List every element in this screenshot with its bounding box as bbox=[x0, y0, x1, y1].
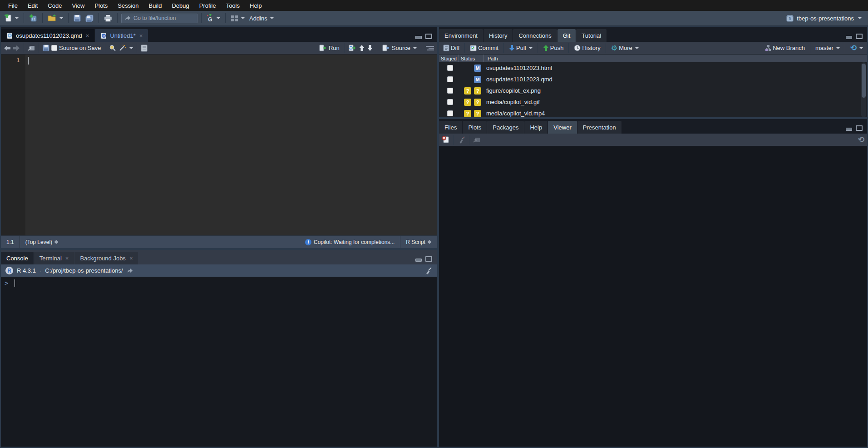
left-horizontal-splitter[interactable] bbox=[1, 248, 437, 250]
minimize-pane-button[interactable] bbox=[846, 36, 852, 39]
staged-checkbox[interactable] bbox=[447, 110, 453, 116]
minimize-pane-button[interactable] bbox=[846, 128, 852, 131]
scope-selector[interactable]: (Top Level) bbox=[20, 236, 64, 248]
run-next-icon[interactable] bbox=[367, 45, 373, 51]
minimize-pane-button[interactable] bbox=[415, 259, 422, 262]
menu-build[interactable]: Build bbox=[144, 1, 167, 10]
compile-report-icon[interactable] bbox=[141, 45, 148, 52]
goto-directory-icon[interactable] bbox=[127, 268, 133, 274]
maximize-pane-button[interactable] bbox=[425, 256, 432, 262]
close-tab-icon[interactable]: × bbox=[139, 32, 143, 39]
pull-button[interactable]: Pull bbox=[508, 44, 534, 52]
git-list-scrollbar[interactable] bbox=[861, 62, 866, 117]
clear-all-broom-icon[interactable] bbox=[458, 136, 465, 144]
run-previous-icon[interactable] bbox=[359, 45, 365, 51]
find-replace-icon[interactable] bbox=[109, 45, 116, 52]
maximize-pane-button[interactable] bbox=[856, 125, 863, 131]
clear-viewer-icon[interactable] bbox=[442, 136, 450, 144]
tab-console[interactable]: Console bbox=[1, 252, 34, 264]
console-output[interactable]: > bbox=[1, 277, 437, 289]
column-staged[interactable]: Staged bbox=[439, 55, 459, 62]
source-on-save-checkbox[interactable] bbox=[51, 45, 57, 51]
minimize-pane-button[interactable] bbox=[415, 36, 422, 39]
menu-plots[interactable]: Plots bbox=[90, 1, 112, 10]
code-tools-wand-icon[interactable] bbox=[118, 45, 126, 52]
rerun-icon[interactable] bbox=[349, 45, 357, 51]
git-file-row[interactable]: M osupdates11012023.html bbox=[439, 62, 867, 74]
tab-plots[interactable]: Plots bbox=[463, 121, 487, 134]
editor-tab-qmd[interactable]: osupdates11012023.qmd × bbox=[1, 29, 94, 42]
close-tab-icon[interactable]: × bbox=[86, 32, 89, 39]
tab-terminal[interactable]: Terminal × bbox=[34, 252, 74, 264]
working-directory-label[interactable]: C:/proj/tbep-os-presentations/ bbox=[45, 267, 123, 274]
source-button[interactable]: Source bbox=[381, 44, 418, 52]
menu-edit[interactable]: Edit bbox=[23, 1, 42, 10]
commit-button[interactable]: Commit bbox=[469, 44, 500, 52]
diff-button[interactable]: Diff bbox=[442, 44, 461, 52]
maximize-pane-button[interactable] bbox=[856, 34, 863, 39]
git-file-row[interactable]: ? ? media/copilot_vid.gif bbox=[439, 96, 867, 108]
tab-background-jobs[interactable]: Background Jobs × bbox=[74, 252, 138, 264]
tab-connections[interactable]: Connections bbox=[513, 29, 557, 42]
new-file-button[interactable] bbox=[3, 13, 20, 23]
document-outline-icon[interactable] bbox=[426, 46, 434, 50]
run-button[interactable]: Run bbox=[318, 44, 341, 52]
git-file-row[interactable]: ? ? figure/copilot_ex.png bbox=[439, 85, 867, 96]
editor-tab-untitled[interactable]: R Untitled1* × bbox=[95, 29, 148, 42]
menu-session[interactable]: Session bbox=[113, 1, 143, 10]
tab-tutorial[interactable]: Tutorial bbox=[576, 29, 607, 42]
menu-profile[interactable]: Profile bbox=[195, 1, 221, 10]
open-in-new-window-icon[interactable] bbox=[28, 45, 35, 51]
tab-git[interactable]: Git bbox=[557, 29, 576, 42]
clear-console-broom-icon[interactable] bbox=[424, 267, 432, 274]
tab-environment[interactable]: Environment bbox=[439, 29, 483, 42]
menu-tools[interactable]: Tools bbox=[222, 1, 244, 10]
branch-selector[interactable]: master bbox=[814, 44, 841, 52]
new-project-button[interactable]: R bbox=[28, 13, 39, 23]
open-in-new-window-icon[interactable] bbox=[473, 137, 480, 143]
editor-code-area[interactable] bbox=[25, 55, 437, 235]
close-tab-icon[interactable]: × bbox=[65, 255, 69, 262]
scrollbar-thumb[interactable] bbox=[862, 64, 866, 98]
staged-checkbox[interactable] bbox=[447, 65, 453, 71]
version-control-button[interactable]: G bbox=[205, 13, 222, 23]
maximize-pane-button[interactable] bbox=[425, 34, 432, 39]
git-file-row[interactable]: ? ? media/copilot_vid.mp4 bbox=[439, 108, 867, 117]
right-horizontal-splitter[interactable] bbox=[439, 117, 867, 119]
tab-viewer[interactable]: Viewer bbox=[548, 121, 577, 134]
save-all-button[interactable] bbox=[84, 14, 95, 23]
vertical-pane-splitter[interactable] bbox=[437, 27, 439, 447]
open-file-button[interactable] bbox=[46, 14, 64, 23]
menu-view[interactable]: View bbox=[67, 1, 89, 10]
column-status[interactable]: Status bbox=[459, 55, 484, 62]
tab-packages[interactable]: Packages bbox=[487, 121, 524, 134]
column-path[interactable]: Path bbox=[484, 55, 867, 62]
staged-checkbox[interactable] bbox=[447, 99, 453, 105]
forward-icon[interactable] bbox=[13, 45, 20, 51]
addins-button[interactable]: Addins bbox=[248, 14, 275, 23]
project-menu-button[interactable]: R tbep-os-presentations bbox=[786, 14, 865, 22]
copilot-status[interactable]: i Copilot: Waiting for completions... bbox=[300, 236, 400, 248]
refresh-button[interactable]: ⟲ bbox=[849, 43, 864, 53]
push-button[interactable]: Push bbox=[542, 44, 565, 52]
tab-files[interactable]: Files bbox=[439, 121, 462, 134]
menu-help[interactable]: Help bbox=[245, 1, 266, 10]
save-icon[interactable] bbox=[43, 45, 49, 51]
refresh-viewer-icon[interactable]: ⟲ bbox=[858, 136, 864, 144]
goto-file-search-input[interactable]: Go to file/function bbox=[121, 14, 197, 23]
workspace-panes-button[interactable] bbox=[229, 14, 246, 23]
more-button[interactable]: ⚙ More bbox=[610, 44, 640, 53]
back-icon[interactable] bbox=[4, 45, 11, 51]
staged-checkbox[interactable] bbox=[447, 88, 453, 94]
menu-file[interactable]: File bbox=[4, 1, 22, 10]
history-button[interactable]: History bbox=[572, 44, 602, 52]
git-file-row[interactable]: M osupdates11012023.qmd bbox=[439, 74, 867, 85]
close-tab-icon[interactable]: × bbox=[129, 255, 133, 262]
tab-help[interactable]: Help bbox=[524, 121, 547, 134]
cursor-position[interactable]: 1:1 bbox=[1, 236, 20, 248]
print-button[interactable] bbox=[103, 14, 113, 23]
save-button[interactable] bbox=[72, 14, 82, 23]
r-version-label[interactable]: R 4.3.1 bbox=[17, 267, 36, 274]
editor-body[interactable]: 1 bbox=[1, 55, 437, 235]
staged-checkbox[interactable] bbox=[447, 76, 453, 82]
